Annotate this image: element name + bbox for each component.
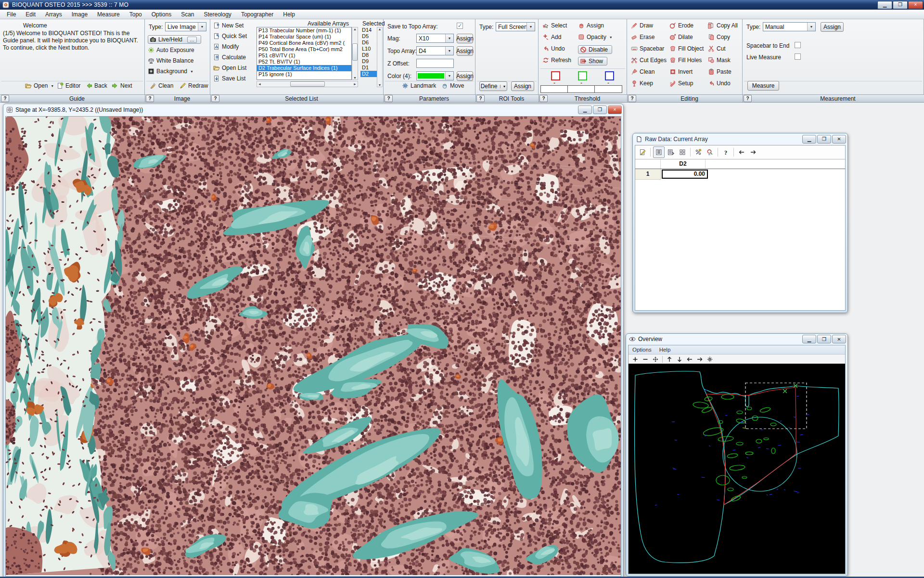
define-split-button[interactable]: Define▼ (479, 81, 507, 91)
calculate-button[interactable]: Calculate (213, 54, 246, 61)
menu-file[interactable]: File (2, 10, 21, 19)
list-icon[interactable] (653, 146, 665, 158)
quick-set-button[interactable]: Quick Set (213, 33, 247, 39)
raw-data-minimize-button[interactable]: ▁ (802, 135, 816, 144)
mag-assign-button[interactable]: Assign (457, 34, 473, 43)
save-list-button[interactable]: Save List (213, 75, 245, 82)
paste-button[interactable]: Paste (708, 68, 732, 75)
measure-button[interactable]: Measure (747, 81, 779, 91)
selected-list-item[interactable]: D14 (360, 27, 377, 33)
overview-close-button[interactable]: ✕ (832, 335, 846, 343)
erase-button[interactable]: Erase (631, 34, 654, 40)
menu-options[interactable]: Options (147, 10, 176, 19)
array-list-item[interactable]: P51 cBV/TV (1) (257, 53, 351, 59)
mag-select[interactable]: X10▼ (416, 34, 454, 43)
menu-topo[interactable]: Topo (125, 10, 147, 19)
app-maximize-button[interactable]: ❐ (893, 1, 908, 9)
move-button[interactable]: Move (441, 82, 464, 89)
stage-maximize-button[interactable]: ❐ (593, 105, 607, 114)
arr-d-icon[interactable] (675, 355, 684, 364)
help-button-guide[interactable]: ? (1, 95, 9, 102)
open-list-button[interactable]: Open List (213, 65, 246, 71)
redraw-button[interactable]: Redraw (180, 82, 208, 89)
setup-button[interactable]: Setup (669, 80, 693, 87)
help-button-image[interactable]: ? (146, 95, 154, 102)
menu-arrays[interactable]: Arrays (40, 10, 67, 19)
clean-button[interactable]: Clean (631, 68, 654, 75)
arr-l-icon[interactable] (736, 147, 747, 158)
list-arrow-icon[interactable] (666, 147, 676, 158)
arr-r-icon[interactable] (748, 147, 758, 158)
selected-vscrollbar[interactable]: ▲▼ (377, 27, 383, 87)
selected-list-item[interactable]: D8 (360, 52, 377, 58)
z-offset-input[interactable] (416, 59, 454, 68)
select-button[interactable]: Select (542, 22, 567, 29)
clean-button[interactable]: Clean (150, 82, 173, 89)
arr-r-icon[interactable] (695, 355, 705, 364)
available-hscrollbar[interactable]: ◄► (257, 81, 358, 87)
live-measure-checkbox[interactable] (795, 53, 801, 60)
help-button-roi[interactable]: ? (476, 95, 485, 102)
raw-data-close-button[interactable]: ✕ (832, 135, 846, 144)
fill-object-button[interactable]: Fill Object (669, 45, 704, 52)
selected-list-item[interactable]: D9 (360, 58, 377, 65)
next-button[interactable]: Next (112, 82, 132, 89)
dilate-button[interactable]: Dilate (669, 34, 693, 40)
opacity-button[interactable]: Opacity▼ (578, 34, 613, 40)
raw-data-column-header[interactable]: D2 (661, 159, 706, 169)
array-list-item[interactable]: P50 Total Bone Area (Tb+Cor) mm2 (257, 46, 351, 53)
cut-edges-button[interactable]: Cut Edges (631, 57, 667, 64)
arr-u-icon[interactable] (665, 355, 674, 364)
minus-icon[interactable] (641, 355, 650, 364)
app-close-button[interactable]: × (908, 1, 923, 9)
array-list-item[interactable]: P52 Tt. BV/TV (1) (257, 59, 351, 65)
undo-button[interactable]: Undo (542, 45, 565, 52)
menu-help[interactable]: Help (278, 10, 300, 19)
threshold-swatch-0[interactable] (551, 71, 560, 80)
center-icon[interactable] (705, 355, 715, 364)
spacebar-button[interactable]: Spacebar (631, 45, 664, 52)
threshold-swatch-1[interactable] (578, 71, 587, 80)
note-edit-icon[interactable] (637, 147, 648, 158)
help-button-selected[interactable]: ? (211, 95, 219, 102)
spacebar-to-end-checkbox[interactable] (795, 42, 801, 48)
editor-button[interactable]: Editor (57, 82, 80, 89)
more-button[interactable]: … (187, 37, 197, 43)
mask-button[interactable]: Mask (708, 57, 731, 64)
overview-menu-options[interactable]: Options (629, 347, 655, 353)
array-list-item[interactable]: P15 ignore (1) (257, 71, 351, 78)
roi-assign-button[interactable]: Assign (511, 81, 534, 91)
menu-edit[interactable]: Edit (21, 10, 40, 19)
raw-data-maximize-button[interactable]: ❐ (817, 135, 831, 144)
menu-image[interactable]: Image (67, 10, 92, 19)
stage-close-button[interactable]: × (608, 105, 622, 114)
measure-assign-button[interactable]: Assign (821, 22, 844, 32)
topo-array-assign-button[interactable]: Assign (457, 46, 473, 56)
grid4-icon[interactable] (677, 147, 688, 158)
selected-list-item[interactable]: L10 (360, 46, 377, 52)
topo-array-select[interactable]: D4▼ (416, 46, 454, 55)
open-button[interactable]: Open▼ (25, 82, 54, 89)
selected-list-item[interactable]: D2 (360, 71, 377, 77)
image-type-select[interactable]: Live Image▼ (165, 22, 206, 31)
selected-list-item[interactable]: D6 (360, 39, 377, 46)
copy-button[interactable]: Copy (708, 34, 730, 40)
cut-button[interactable]: Cut (708, 45, 726, 52)
question-icon[interactable]: ? (720, 147, 731, 158)
available-vscrollbar[interactable]: ▲▼ (352, 27, 358, 80)
pct-lock-icon[interactable] (693, 147, 704, 158)
measure-type-select[interactable]: Manual▼ (763, 22, 816, 31)
available-arrays-list[interactable]: P13 Trabecular Number (mm-1) (1)P14 Trab… (257, 27, 352, 80)
move-icon[interactable] (651, 355, 660, 364)
menu-stereology[interactable]: Stereology (199, 10, 236, 19)
show-button[interactable]: Show (578, 57, 607, 66)
draw-button[interactable]: Draw (631, 22, 653, 29)
search-icon[interactable] (705, 147, 715, 158)
overview-minimize-button[interactable]: ▁ (802, 335, 816, 343)
menu-topographer[interactable]: Topographer (236, 10, 278, 19)
help-button-meas[interactable]: ? (744, 95, 752, 102)
threshold-value-box-2[interactable] (594, 85, 622, 93)
disable-button[interactable]: Disable (578, 45, 612, 54)
white-balance-button[interactable]: White Balance (148, 57, 193, 64)
color-4-assign-button[interactable]: Assign (457, 71, 473, 81)
